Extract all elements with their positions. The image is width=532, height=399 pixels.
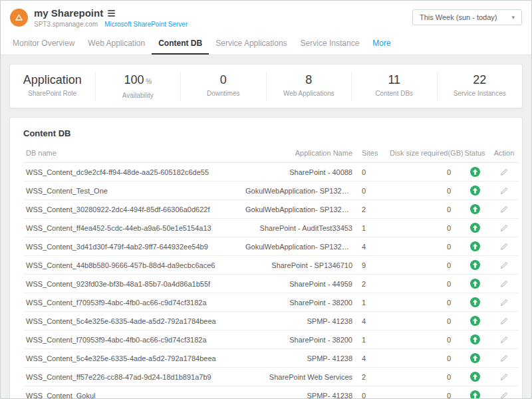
status-cell (460, 182, 489, 200)
warning-triangle-icon (15, 13, 23, 22)
status-up-icon (470, 204, 480, 214)
db-name-cell: WSS_Content_923fd03e-bf3b-48a1-85b7-0a4d… (23, 275, 243, 293)
table-row: WSS_Content_ff4ea452-5cdc-44eb-a9a6-50e1… (23, 219, 519, 237)
edit-icon[interactable] (500, 205, 508, 213)
sites-cell: 4 (359, 349, 387, 368)
column-header-action: Action (489, 144, 519, 163)
application-name-cell: SPMP- 41238 (243, 349, 359, 368)
server-type-link[interactable]: Microsoft SharePoint Server (104, 21, 188, 28)
edit-icon[interactable] (500, 261, 508, 269)
edit-icon[interactable] (500, 317, 508, 325)
monitor-host: SPT3.spmanage.com (34, 21, 98, 28)
action-cell (489, 163, 519, 182)
edit-icon[interactable] (500, 299, 508, 307)
status-up-icon (470, 297, 480, 307)
edit-icon[interactable] (500, 187, 508, 195)
app-window: my Sharepoint SPT3.spmanage.com Microsof… (0, 0, 532, 399)
db-name-cell: WSS_Content_Gokul (23, 386, 243, 399)
action-cell (489, 331, 519, 349)
disk-size-cell: 0 (387, 200, 460, 219)
stat-downtimes: 0Downtimes (180, 72, 266, 100)
edit-icon[interactable] (500, 168, 508, 176)
tab-bar: Monitor OverviewWeb ApplicationContent D… (1, 34, 531, 55)
status-up-icon (470, 372, 480, 382)
tab-more[interactable]: More (366, 34, 397, 55)
status-up-icon (470, 260, 480, 270)
table-row: WSS_Content_Gokul SPMP- 41238 0 0 (23, 386, 519, 399)
stats-card: ApplicationSharePoint Role100 %Availabil… (9, 64, 523, 108)
column-header-db-name: DB name (23, 144, 243, 163)
stat-service-instances: 22Service Instances (437, 72, 523, 100)
time-range-select[interactable]: This Week (sun - today) ▾ (412, 9, 522, 25)
action-cell (489, 237, 519, 256)
tab-content-db[interactable]: Content DB (152, 34, 209, 55)
table-row: WSS_Content_44b8b580-9666-457b-88d4-da9e… (23, 256, 519, 275)
status-cell (460, 219, 489, 237)
table-row: WSS_Content_923fd03e-bf3b-48a1-85b7-0a4d… (23, 275, 519, 293)
stat-label: Content DBs (354, 90, 434, 97)
disk-size-cell: 0 (387, 237, 460, 256)
status-up-icon (470, 167, 480, 177)
stat-label: Downtimes (184, 90, 263, 97)
stat-content-dbs: 11Content DBs (351, 72, 437, 100)
disk-size-cell: 0 (387, 163, 460, 182)
disk-size-cell: 0 (387, 293, 460, 312)
edit-icon[interactable] (500, 243, 508, 251)
status-cell (460, 368, 489, 386)
sites-cell: 9 (359, 256, 387, 275)
sites-cell: 4 (359, 312, 387, 331)
column-header-status: Status (460, 144, 489, 163)
status-up-icon (470, 334, 480, 344)
content-area: ApplicationSharePoint Role100 %Availabil… (1, 55, 531, 398)
stat-value: 0 (184, 73, 263, 86)
stat-value: 11 (354, 73, 434, 86)
stat-label: Availability (98, 92, 178, 99)
table-row: WSS_Content_f70953f9-4abc-4fb0-ac66-c9d7… (23, 331, 519, 349)
table-row: WSS_Content_ff57e226-cc88-47ad-9d24-18d1… (23, 368, 519, 386)
application-name-cell: SharePoint - SP1346710 (243, 256, 359, 275)
edit-icon[interactable] (500, 392, 508, 398)
status-up-icon (470, 241, 480, 251)
disk-size-cell: 0 (387, 275, 460, 293)
sites-cell: 1 (359, 293, 387, 312)
stat-label: Service Instances (440, 90, 520, 97)
db-name-cell: WSS_Content_dc9e2cf4-ff94-48de-aa25-6051… (23, 163, 243, 182)
tab-service-applications[interactable]: Service Applications (209, 34, 293, 55)
content-db-table: DB nameApplication NameSitesDisk size re… (23, 144, 519, 398)
db-name-cell: WSS_Content_ff57e226-cc88-47ad-9d24-18d1… (23, 368, 243, 386)
stat-web-applications: 8Web Applications (266, 72, 352, 100)
disk-size-cell: 0 (387, 312, 460, 331)
application-name-cell: GokulWebApplication- SP1328261 (243, 200, 359, 219)
sites-cell: 1 (359, 331, 387, 349)
sites-cell: 2 (359, 368, 387, 386)
application-name-cell: SharePoint - 44959 (243, 275, 359, 293)
application-name-cell: GokulWebApplication- SP1328261 (243, 237, 359, 256)
db-name-cell: WSS_Content_5c4e325e-6335-4ade-a5d2-792a… (23, 312, 243, 331)
monitor-title: my Sharepoint (34, 7, 103, 19)
tab-monitor-overview[interactable]: Monitor Overview (6, 34, 81, 55)
edit-icon[interactable] (500, 336, 508, 344)
edit-icon[interactable] (500, 224, 508, 232)
stat-label: Web Applications (269, 90, 349, 97)
menu-icon[interactable] (108, 9, 115, 17)
edit-icon[interactable] (500, 354, 508, 362)
column-header-application-name: Application Name (243, 144, 359, 163)
edit-icon[interactable] (500, 373, 508, 381)
tab-web-application[interactable]: Web Application (81, 34, 152, 55)
application-name-cell: SharePoint - AuditTest33453 (243, 219, 359, 237)
disk-size-cell: 0 (387, 386, 460, 399)
edit-icon[interactable] (500, 280, 508, 288)
disk-size-cell: 0 (387, 349, 460, 368)
card-title: Content DB (23, 128, 509, 138)
column-header-sites: Sites (359, 144, 387, 163)
action-cell (489, 275, 519, 293)
app-header: my Sharepoint SPT3.spmanage.com Microsof… (1, 1, 531, 34)
status-cell (460, 163, 489, 182)
db-name-cell: WSS_Content_Test_One (23, 182, 243, 200)
disk-size-cell: 0 (387, 182, 460, 200)
action-cell (489, 368, 519, 386)
action-cell (489, 200, 519, 219)
tab-service-instance[interactable]: Service Instance (294, 34, 366, 55)
content-db-card: Content DB DB nameApplication NameSitesD… (9, 117, 523, 398)
stat-value: 100 % (98, 73, 178, 88)
